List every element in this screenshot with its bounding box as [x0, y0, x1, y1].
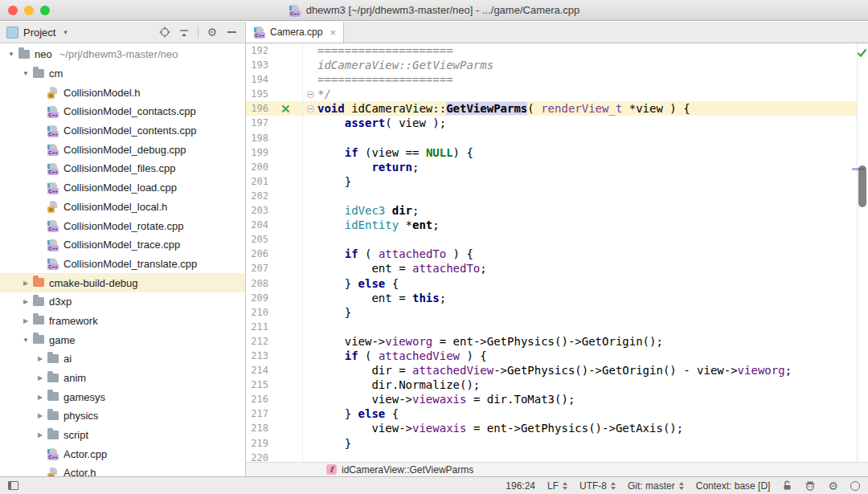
zoom-button[interactable] [40, 6, 50, 15]
tool-window-switcher-icon[interactable] [8, 481, 18, 490]
resolve-context[interactable]: Context: base [D] [696, 480, 771, 492]
code-line-209[interactable]: 209 ent = this; [246, 291, 857, 305]
project-panel-title[interactable]: Project [23, 27, 55, 39]
tree-item-collisionmodel-files-cpp[interactable]: C++CollisionModel_files.cpp [0, 159, 245, 178]
collapsed-arrow-icon[interactable]: ▶ [19, 280, 32, 287]
tree-item-anim[interactable]: ▶anim [0, 369, 245, 388]
line-number[interactable]: 196 [246, 101, 268, 116]
line-number[interactable]: 202 [246, 189, 268, 203]
tree-item-physics[interactable]: ▶physics [0, 406, 245, 426]
line-number[interactable]: 213 [246, 349, 268, 363]
code-line-199[interactable]: 199 if (view == NULL) { [246, 145, 857, 160]
locate-icon[interactable] [158, 25, 172, 39]
line-number[interactable]: 210 [246, 305, 268, 320]
code-line-202[interactable]: 202 [246, 189, 857, 203]
tree-item-collisionmodel-translate-cpp[interactable]: C++CollisionModel_translate.cpp [0, 255, 245, 274]
tree-item-cmake-build-debug[interactable]: ▶cmake-build-debug [0, 273, 245, 292]
line-number[interactable]: 193 [246, 58, 268, 72]
tree-item-d3xp[interactable]: ▶d3xp [0, 292, 245, 312]
code-line-208[interactable]: 208 } else { [246, 276, 857, 291]
inspector-hector-icon[interactable] [805, 480, 816, 492]
line-number[interactable]: 220 [246, 451, 268, 462]
close-icon[interactable]: × [330, 27, 336, 39]
code-line-200[interactable]: 200 return; [246, 160, 857, 174]
inspection-ok-check-icon[interactable] [857, 47, 867, 61]
unlock-icon[interactable] [782, 480, 792, 491]
tree-item-script[interactable]: ▶script [0, 426, 245, 445]
caret-position[interactable]: 196:24 [506, 480, 535, 492]
tree-item-game[interactable]: ▼game [0, 330, 245, 349]
encoding-selector[interactable]: UTF-8 [579, 480, 616, 492]
line-number[interactable]: 201 [246, 174, 268, 189]
line-number[interactable]: 197 [246, 116, 268, 130]
line-number[interactable]: 205 [246, 232, 268, 247]
line-number[interactable]: 192 [246, 43, 268, 58]
code-line-198[interactable]: 198 [246, 131, 857, 145]
line-ending-selector[interactable]: LF [547, 480, 567, 492]
tree-item-neo[interactable]: ▼neo~/prj/dhewm3-master/neo [0, 45, 245, 64]
line-number[interactable]: 211 [246, 320, 268, 334]
collapsed-arrow-icon[interactable]: ▶ [19, 298, 32, 305]
tree-item-collisionmodel-contents-cpp[interactable]: C++CollisionModel_contents.cpp [0, 121, 245, 141]
tree-item-cm[interactable]: ▼cm [0, 64, 245, 84]
code-line-219[interactable]: 219 } [246, 436, 857, 451]
project-tree[interactable]: ▼neo~/prj/dhewm3-master/neo▼cmHCollision… [0, 43, 246, 476]
line-number[interactable]: 209 [246, 291, 268, 305]
line-number[interactable]: 206 [246, 247, 268, 261]
minimize-button[interactable] [24, 6, 34, 15]
code-line-205[interactable]: 205 [246, 232, 857, 247]
line-number[interactable]: 219 [246, 436, 268, 451]
fold-marker-icon[interactable] [303, 101, 317, 116]
code-line-212[interactable]: 212 view->vieworg = ent->GetPhysics()->G… [246, 334, 857, 349]
line-number[interactable]: 218 [246, 421, 268, 435]
code-line-211[interactable]: 211 [246, 320, 857, 334]
code-line-204[interactable]: 204 idEntity *ent; [246, 218, 857, 232]
collapsed-arrow-icon[interactable]: ▶ [34, 374, 47, 382]
code-editor[interactable]: 192====================193idCameraView::… [246, 43, 857, 462]
collapsed-arrow-icon[interactable]: ▶ [34, 431, 47, 439]
settings-gear-icon[interactable]: ⚙ [205, 25, 219, 39]
code-line-195[interactable]: 195*/ [246, 87, 857, 101]
code-line-197[interactable]: 197 assert( view ); [246, 116, 857, 130]
code-line-214[interactable]: 214 dir = attachedView->GetPhysics()->Ge… [246, 363, 857, 378]
tree-item-collisionmodel-local-h[interactable]: HCollisionModel_local.h [0, 198, 245, 217]
fold-marker-icon[interactable] [303, 87, 317, 101]
expanded-arrow-icon[interactable]: ▼ [19, 337, 32, 344]
line-number[interactable]: 198 [246, 131, 268, 145]
collapse-all-icon[interactable] [177, 25, 191, 39]
code-line-201[interactable]: 201 } [246, 174, 857, 189]
close-button[interactable] [8, 6, 18, 15]
line-number[interactable]: 194 [246, 72, 268, 87]
tree-item-collisionmodel-h[interactable]: HCollisionModel.h [0, 83, 245, 102]
code-line-218[interactable]: 218 view->viewaxis = ent->GetPhysics()->… [246, 421, 857, 435]
collapsed-arrow-icon[interactable]: ▶ [19, 317, 32, 325]
line-number[interactable]: 215 [246, 378, 268, 392]
tree-item-collisionmodel-load-cpp[interactable]: C++CollisionModel_load.cpp [0, 178, 245, 198]
line-number[interactable]: 207 [246, 261, 268, 276]
line-number[interactable]: 195 [246, 87, 268, 101]
code-line-192[interactable]: 192==================== [246, 43, 857, 58]
code-line-203[interactable]: 203 idVec3 dir; [246, 203, 857, 218]
tree-item-collisionmodel-debug-cpp[interactable]: C++CollisionModel_debug.cpp [0, 140, 245, 159]
expanded-arrow-icon[interactable]: ▼ [19, 70, 32, 77]
collapsed-arrow-icon[interactable]: ▶ [34, 355, 47, 362]
hide-panel-icon[interactable] [224, 25, 239, 39]
collapsed-arrow-icon[interactable]: ▶ [34, 412, 47, 419]
code-line-193[interactable]: 193idCameraView::GetViewParms [246, 58, 857, 72]
line-number[interactable]: 217 [246, 406, 268, 421]
line-number[interactable]: 204 [246, 218, 268, 232]
breadcrumb-item[interactable]: idCameraView::GetViewParms [342, 464, 473, 476]
scrollbar-thumb[interactable] [858, 165, 866, 207]
code-line-210[interactable]: 210 } [246, 305, 857, 320]
line-number[interactable]: 216 [246, 392, 268, 406]
git-branch-selector[interactable]: Git: master [628, 480, 684, 492]
tree-item-framework[interactable]: ▶framework [0, 312, 245, 331]
code-line-207[interactable]: 207 ent = attachedTo; [246, 261, 857, 276]
line-number[interactable]: 214 [246, 363, 268, 378]
code-line-194[interactable]: 194==================== [246, 72, 857, 87]
code-line-213[interactable]: 213 if ( attachedView ) { [246, 349, 857, 363]
chevron-down-icon[interactable]: ▼ [62, 29, 68, 36]
line-number[interactable]: 208 [246, 276, 268, 291]
implements-method-icon[interactable] [268, 101, 303, 116]
line-number[interactable]: 200 [246, 160, 268, 174]
